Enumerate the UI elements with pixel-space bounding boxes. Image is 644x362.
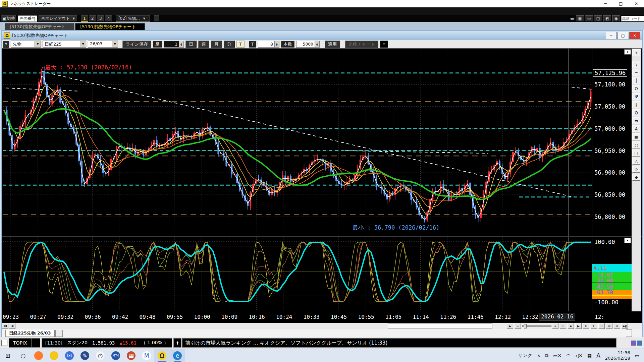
tab-chart-1[interactable]: [5130]指数先物OPチャート (5, 23, 74, 30)
oscillator-panel[interactable]: ▼ 100.00 -100.00 4.11-14.97-20.00-49.58-… (2, 237, 642, 311)
monex-trader-icon[interactable]: Ω (154, 349, 170, 362)
zoom-slider-knob[interactable] (524, 324, 527, 328)
scroll-right-button[interactable]: ▶ (507, 323, 513, 329)
layout-dropdown[interactable]: 画面レイアウト▼ (39, 15, 77, 22)
printer-icon[interactable]: ◫ (594, 15, 602, 22)
price-chart-panel[interactable]: ←最大 : 57,130 (2026/02/16) 最小 : 56,790 (2… (2, 49, 642, 236)
tab-chart-2[interactable]: [5130]指数先物OPチャート (75, 23, 145, 30)
hatched-trend-tool[interactable]: ∦ (632, 101, 640, 108)
window-minimize-button[interactable]: ─ (606, 32, 616, 39)
minimize-button[interactable]: ─ (598, 0, 613, 7)
clock[interactable]: 11:36 2026/02/18 (605, 350, 630, 361)
wifi-icon[interactable]: ◠ (566, 353, 570, 358)
firefox-icon[interactable] (31, 349, 46, 362)
grid-tool[interactable]: ▦ (632, 133, 640, 140)
calc-icon[interactable]: ▦ (576, 15, 584, 22)
triangle-tool[interactable]: △ (632, 158, 640, 165)
keyboard-icon[interactable]: ▭ (585, 15, 593, 22)
window-maximize-button[interactable]: □ (618, 32, 628, 39)
battery-icon[interactable]: ▭✕ (553, 353, 561, 358)
text-tool[interactable]: A (632, 125, 640, 132)
news-ticker[interactable]: 前引けの市場人気ランキング … キオクシア、ソフトバンクグループ、サンリオ (1… (182, 338, 616, 348)
save-lines-button[interactable]: ライン保存 (122, 41, 151, 48)
zoom-out-button[interactable]: − (515, 323, 521, 329)
ellipse-tool[interactable]: ○ (632, 141, 640, 148)
keyboard-tray-icon[interactable]: ▦ (587, 353, 592, 358)
magnify-button[interactable]: ⊛ (606, 323, 612, 329)
x-button[interactable]: X (614, 323, 620, 329)
status-toggle-button[interactable] (1, 340, 7, 346)
screen-number-button[interactable]: 画面番号 (18, 15, 37, 22)
notification-icon[interactable]: ▭ (635, 353, 639, 358)
fit-button[interactable]: ✛ (560, 323, 566, 329)
edge-icon[interactable]: e (170, 349, 185, 362)
quote-tool[interactable]: Q (632, 109, 640, 116)
m-app-icon[interactable]: M (139, 349, 154, 362)
contract-dropdown[interactable]: 26/03▼ (88, 41, 118, 48)
mail-app-icon[interactable]: ✉ (62, 349, 77, 362)
pen-app-icon[interactable]: ✎ (77, 349, 93, 362)
compare-chart-button[interactable]: 比較チャート (345, 41, 378, 48)
cycle-tool[interactable]: ⇆ (632, 117, 640, 124)
chevron-up-icon[interactable]: ∧ (537, 353, 540, 358)
office-grid-icon[interactable]: ▦ (123, 349, 139, 362)
maximize-button[interactable]: □ (613, 0, 629, 7)
scroll-home-button[interactable]: ◀▮ (2, 323, 8, 329)
search-icon[interactable]: ○ (15, 349, 31, 362)
category-dropdown[interactable]: 先物▼ (11, 41, 41, 48)
screen-switch-button[interactable]: ▣ 切替 (1, 15, 16, 22)
tray-icon-2[interactable] (637, 341, 642, 346)
close-button[interactable]: ✕ (629, 0, 644, 7)
collapse-panel-icon[interactable]: ▼ (624, 49, 631, 55)
clock-app-icon[interactable]: ◷ (93, 349, 108, 362)
monthly-button[interactable]: 月 (211, 41, 222, 48)
tray-icon-1[interactable] (631, 341, 636, 346)
indicator-settings-icon[interactable]: ≡ (380, 41, 388, 48)
collapse-panel-icon[interactable]: ▼ (624, 238, 631, 243)
step-button[interactable]: ▶ (575, 323, 582, 329)
scrollbar-thumb[interactable] (388, 323, 492, 329)
tick-button[interactable]: T (236, 41, 245, 48)
window-close-button[interactable]: ✕ (629, 32, 640, 39)
scroll-left-button[interactable]: ◀ (9, 323, 15, 329)
ime-indicator[interactable]: A (596, 352, 600, 359)
t-spinner[interactable]: ▲▼ (258, 41, 279, 48)
chart-tab[interactable] (55, 330, 63, 337)
active-chart-tab[interactable]: 日経225先物 26/03 (5, 330, 55, 337)
bar-interval-spinner[interactable]: ▲▼ (164, 41, 184, 48)
daily-button[interactable]: 日 (185, 41, 197, 48)
news-up-icon[interactable]: ⬆ (173, 338, 181, 348)
zoom-slider[interactable] (522, 325, 551, 327)
screen-1-button[interactable]: 1 (81, 15, 88, 22)
text-eraser-tool[interactable]: ◆ (632, 174, 640, 181)
horizontal-line-tool[interactable]: ─ (632, 69, 640, 76)
dot-button[interactable]: ▪ (568, 323, 574, 329)
quick-button[interactable] (154, 15, 159, 22)
symbol-code-input[interactable] (621, 16, 644, 21)
zoom-in-button[interactable]: + (552, 323, 558, 329)
pitchfork-tool[interactable]: Ψ (632, 93, 640, 100)
count-spinner[interactable]: ▲▼ (296, 41, 320, 48)
collapse-controls-button[interactable]: ▼ (3, 41, 9, 48)
preset-dropdown[interactable]: [02] 先物...▼ (116, 15, 150, 22)
link-label[interactable]: リンク (518, 353, 532, 359)
trendline-tool[interactable]: \ (632, 61, 640, 68)
weekly-button[interactable]: 週 (198, 41, 209, 48)
yellow-app-icon[interactable] (46, 349, 62, 362)
scroll-end-button[interactable]: ▶▮ (622, 323, 628, 329)
chart-action-button[interactable] (626, 329, 632, 337)
alert-tool[interactable]: Ω (632, 85, 640, 92)
r-button[interactable]: R (598, 323, 605, 329)
rect-tool[interactable]: □ (632, 149, 640, 157)
crosshair-tool[interactable]: + (632, 49, 640, 56)
symbol-dropdown[interactable]: 日経225▼ (43, 41, 86, 48)
eraser-tool[interactable]: ◇ (632, 166, 640, 173)
screen-4-button[interactable]: 4 (105, 15, 112, 22)
l-button[interactable]: L (591, 323, 597, 329)
lock-icon[interactable]: ◩ (603, 15, 611, 22)
pane-arrows-icon[interactable]: ◀▶ (570, 17, 575, 20)
start-button[interactable]: ⊞ (0, 349, 15, 362)
camera-icon[interactable]: ◉ (612, 15, 620, 22)
screen-2-button[interactable]: 2 (89, 15, 96, 22)
screen-3-button[interactable]: 3 (97, 15, 104, 22)
